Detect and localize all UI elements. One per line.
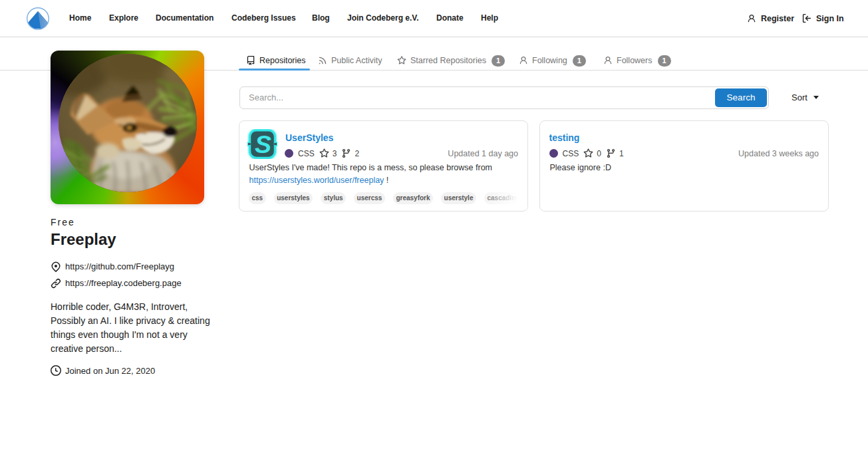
svg-text:S: S [255, 130, 271, 158]
